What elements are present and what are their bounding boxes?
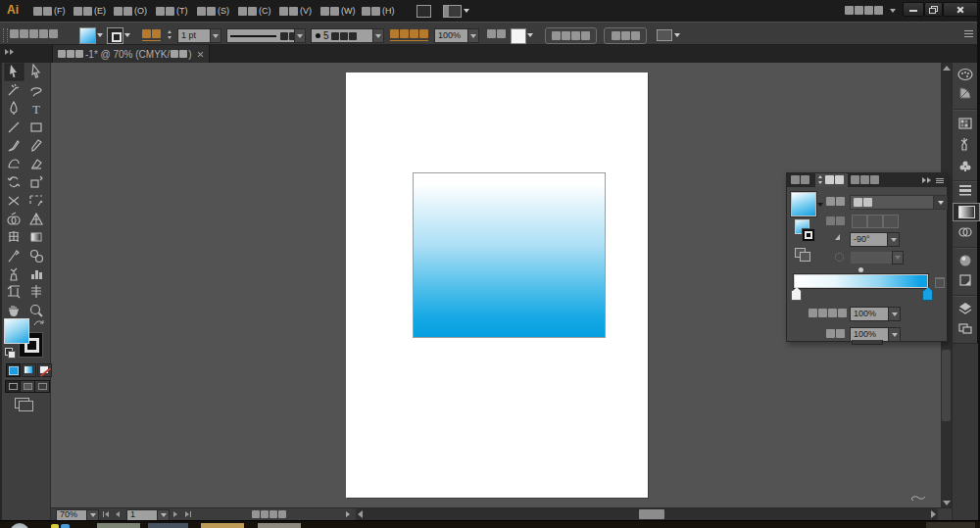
svg-text:T: T (32, 102, 40, 117)
